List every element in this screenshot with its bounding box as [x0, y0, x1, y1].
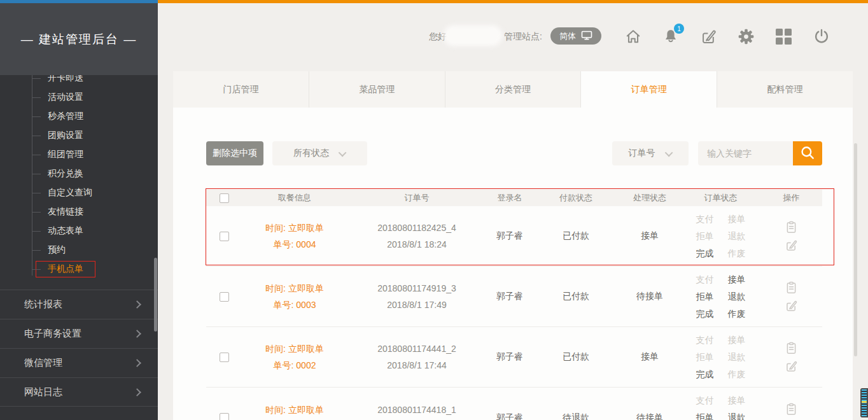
select-all-checkbox[interactable] — [220, 193, 229, 203]
status-link-3: 退款 — [728, 228, 746, 245]
pickup-time: 时间: 立即取单 — [265, 280, 324, 297]
sidebar-item-2[interactable]: 秒杀管理 — [0, 107, 158, 126]
status-link-4[interactable]: 完成 — [696, 245, 714, 262]
table-row: 时间: 立即取单单号: 000420180801182425_42018/8/1… — [206, 206, 822, 267]
status-link-5[interactable]: 作废 — [728, 305, 746, 323]
status-filter-dropdown[interactable]: 所有状态 — [272, 141, 367, 165]
status-link-3[interactable]: 退款 — [728, 409, 746, 420]
search-input[interactable] — [698, 141, 793, 165]
search-button[interactable] — [793, 141, 822, 165]
sidebar-section-label: 网站日志 — [24, 386, 62, 398]
sidebar-section-3[interactable]: 网站日志 — [0, 377, 158, 407]
sidebar-item-1[interactable]: 活动设置 — [0, 88, 158, 107]
floating-widget[interactable] — [860, 388, 868, 417]
column-header: 处理状态 — [619, 192, 681, 204]
sidebar: — 建站管理后台 — 开卡即送活动设置秒杀管理团购设置组团管理积分兑换自定义查询… — [0, 3, 158, 420]
sidebar-item-7[interactable]: 友情链接 — [0, 202, 158, 221]
pickup-time: 时间: 立即取单 — [265, 220, 324, 236]
pickup-number: 单号: 0003 — [274, 297, 316, 313]
row-checkbox[interactable] — [220, 232, 229, 241]
sidebar-item-label: 友情链接 — [48, 206, 83, 218]
order-status-cell: 支付接单拒单退款完成作废 — [681, 271, 760, 323]
status-link-0: 支付 — [696, 392, 714, 409]
sidebar-item-label: 手机点单 — [36, 261, 95, 277]
sidebar-item-9[interactable]: 预约 — [0, 241, 158, 260]
page-scrollbar[interactable] — [854, 143, 857, 356]
chevron-down-icon — [664, 148, 673, 157]
sidebar-item-label: 动态表单 — [48, 225, 83, 237]
table-row: 时间: 立即取单单号: 000220180801174441_22018/8/1… — [206, 327, 822, 388]
status-link-4[interactable]: 完成 — [696, 366, 714, 383]
payment-status: 待退款 — [533, 412, 619, 420]
sidebar-section-1[interactable]: 电子商务设置 — [0, 319, 158, 348]
pickup-info: 时间: 立即取单单号: 0003 — [242, 280, 347, 313]
row-checkbox[interactable] — [220, 292, 229, 302]
order-number: 20180801182425_42018/8/1 18:24 — [347, 220, 486, 253]
processing-status: 待接单 — [619, 412, 681, 420]
status-link-2: 拒单 — [696, 228, 714, 245]
status-links: 支付接单拒单退款完成作废 — [696, 211, 746, 262]
tab-1[interactable]: 菜品管理 — [309, 71, 445, 108]
column-header: 付款状态 — [533, 192, 619, 204]
edit-order-icon[interactable] — [785, 239, 798, 252]
sidebar-section-0[interactable]: 统计报表 — [0, 290, 158, 319]
login-name: 郭子睿 — [486, 351, 533, 363]
notification-badge: 1 — [674, 24, 684, 34]
sidebar-item-8[interactable]: 动态表单 — [0, 221, 158, 241]
order-number-text: 20180801174919_3 — [377, 280, 456, 297]
gear-icon[interactable] — [737, 27, 755, 45]
tab-bar: 门店管理菜品管理分类管理订单管理配料管理 — [173, 71, 853, 108]
status-link-0: 支付 — [696, 211, 714, 228]
order-number-text: 20180801174418_1 — [377, 402, 456, 418]
tab-0[interactable]: 门店管理 — [173, 71, 309, 108]
status-link-3[interactable]: 退款 — [728, 288, 746, 305]
sidebar-item-10[interactable]: 手机点单 — [0, 260, 158, 279]
row-checkbox[interactable] — [220, 413, 229, 420]
table-row: 时间: 立即取单20180801174418_1郭子睿待退款待接单支付接单拒单退… — [206, 388, 822, 420]
sidebar-section-2[interactable]: 微信管理 — [0, 348, 158, 377]
copy-order-icon[interactable] — [785, 281, 798, 295]
order-status-cell: 支付接单拒单退款完成作废 — [681, 211, 760, 262]
home-icon[interactable] — [624, 27, 642, 45]
sidebar-item-4[interactable]: 组团管理 — [0, 145, 158, 164]
sidebar-item-6[interactable]: 自定义查询 — [0, 183, 158, 202]
delete-selected-button[interactable]: 删除选中项 — [206, 141, 263, 165]
tab-2[interactable]: 分类管理 — [445, 71, 582, 108]
payment-status: 已付款 — [533, 351, 619, 363]
sidebar-item-5[interactable]: 积分兑换 — [0, 164, 158, 183]
tab-3[interactable]: 订单管理 — [581, 71, 717, 108]
order-number: 20180801174441_22018/8/1 17:44 — [347, 340, 486, 374]
copy-order-icon[interactable] — [785, 341, 798, 355]
compose-icon[interactable] — [699, 27, 717, 45]
bell-icon[interactable]: 1 — [662, 27, 680, 45]
sidebar-item-label: 积分兑换 — [48, 168, 83, 179]
content-area: 您好 管理站点: 简体 — [158, 3, 868, 420]
row-checkbox-cell — [206, 292, 242, 302]
sidebar-item-3[interactable]: 团购设置 — [0, 126, 158, 145]
order-status-cell: 支付接单拒单退款完成作废 — [681, 332, 760, 383]
processing-status: 待接单 — [619, 291, 681, 302]
row-checkbox-cell — [206, 353, 242, 362]
order-time: 2018/8/1 17:44 — [387, 357, 446, 374]
power-icon[interactable] — [813, 27, 830, 45]
apps-grid-icon[interactable] — [774, 27, 792, 45]
copy-order-icon[interactable] — [785, 402, 798, 416]
status-link-0: 支付 — [696, 271, 714, 288]
sidebar-item-label: 自定义查询 — [48, 187, 92, 199]
edit-order-icon[interactable] — [785, 360, 798, 373]
sidebar-section-label: 统计报表 — [24, 298, 62, 311]
status-link-2[interactable]: 拒单 — [696, 288, 714, 305]
tab-4[interactable]: 配料管理 — [717, 71, 853, 108]
edit-order-icon[interactable] — [785, 299, 798, 312]
language-switch-button[interactable]: 简体 — [550, 27, 601, 45]
copy-order-icon[interactable] — [785, 220, 798, 234]
status-link-2[interactable]: 拒单 — [696, 409, 714, 420]
chevron-down-icon — [339, 148, 347, 157]
sidebar-menu: 开卡即送活动设置秒杀管理团购设置组团管理积分兑换自定义查询友情链接动态表单预约手… — [0, 69, 158, 279]
row-checkbox[interactable] — [220, 353, 229, 362]
status-link-4[interactable]: 完成 — [696, 305, 714, 323]
search-field-dropdown[interactable]: 订单号 — [612, 141, 689, 165]
status-link-1[interactable]: 接单 — [728, 271, 746, 288]
row-actions — [760, 220, 822, 252]
column-header: 登录名 — [486, 192, 533, 204]
